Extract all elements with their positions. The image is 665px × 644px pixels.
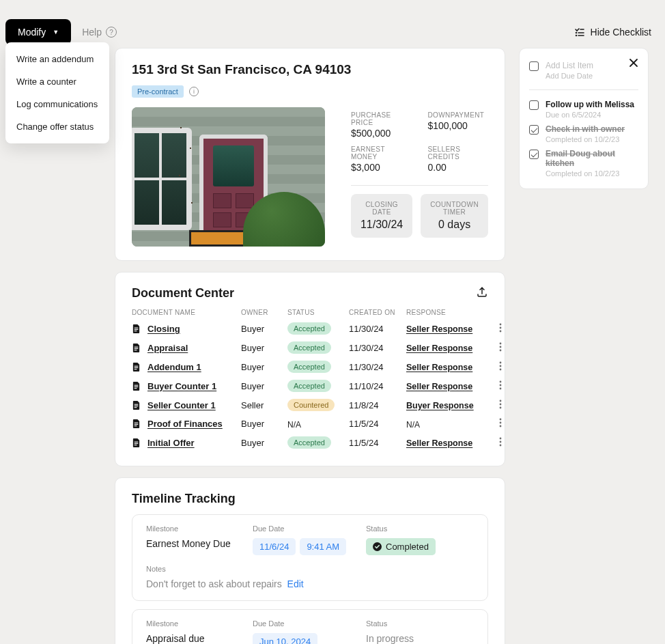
- help-link[interactable]: Help ?: [82, 27, 117, 38]
- document-icon: [132, 381, 141, 391]
- document-name-link[interactable]: Addendum 1: [147, 362, 201, 372]
- document-name-link[interactable]: Appraisal: [147, 343, 188, 353]
- row-more-button[interactable]: [488, 437, 502, 449]
- due-date-pill[interactable]: 11/6/24: [253, 538, 296, 555]
- row-more-button[interactable]: [488, 400, 502, 411]
- menu-write-addendum[interactable]: Write an addendum: [5, 48, 109, 70]
- checklist-add-item[interactable]: Add List Item Add Due Date: [529, 58, 593, 83]
- share-icon[interactable]: [476, 286, 488, 300]
- row-more-button[interactable]: [488, 380, 502, 392]
- timeline-item: MilestoneAppraisal dueDue DateJun 10, 20…: [132, 609, 488, 644]
- row-more-button[interactable]: [488, 323, 502, 335]
- closing-date-value: 11/30/24: [360, 219, 403, 231]
- milestone-value: Appraisal due: [146, 633, 253, 644]
- owner-cell: Buyer: [241, 343, 287, 353]
- countdown-tile: COUNTDOWN TIMER 0 days: [421, 194, 488, 238]
- created-cell: 11/30/24: [349, 324, 406, 334]
- svg-rect-36: [135, 423, 139, 423]
- help-icon: ?: [106, 27, 117, 38]
- svg-rect-6: [135, 327, 139, 328]
- document-name-link[interactable]: Proof of Finances: [147, 419, 223, 429]
- document-table: DOCUMENT NAME OWNER STATUS CREATED ON RE…: [132, 305, 488, 452]
- svg-point-27: [500, 380, 502, 382]
- response-link[interactable]: Seller Response: [406, 344, 472, 353]
- due-date-pill[interactable]: Jun 10, 2024: [253, 633, 317, 644]
- checklist-item-title: Check in with owner: [546, 124, 625, 134]
- svg-rect-20: [135, 369, 137, 369]
- owner-cell: Buyer: [241, 324, 287, 334]
- svg-point-9: [500, 323, 502, 325]
- owner-cell: Buyer: [241, 362, 287, 372]
- countdown-label: COUNTDOWN TIMER: [430, 201, 479, 216]
- document-icon: [132, 343, 141, 353]
- property-address: 151 3rd St San Francisco, CA 94103: [132, 62, 488, 77]
- downpayment-label: DOWNPAYMENT: [427, 111, 488, 119]
- col-status: STATUS: [287, 309, 349, 316]
- downpayment-value: $100,000: [427, 120, 488, 131]
- svg-point-15: [500, 342, 502, 344]
- svg-point-34: [500, 403, 502, 405]
- owner-cell: Buyer: [241, 381, 287, 391]
- response-na: N/A: [406, 420, 420, 430]
- document-name-link[interactable]: Initial Offer: [147, 438, 195, 448]
- document-name-link[interactable]: Closing: [147, 324, 180, 334]
- due-time-pill[interactable]: 9:41 AM: [300, 538, 346, 555]
- table-row: Initial OfferBuyerAccepted11/5/24Seller …: [132, 433, 488, 452]
- checklist-item-title: Email Doug about kitchen: [546, 149, 638, 168]
- document-icon: [132, 400, 141, 410]
- status-badge: Accepted: [287, 436, 331, 449]
- checkbox-checked-icon[interactable]: [529, 150, 539, 159]
- svg-point-29: [500, 387, 502, 389]
- info-icon[interactable]: i: [189, 87, 199, 96]
- col-document-name: DOCUMENT NAME: [132, 309, 241, 316]
- timeline-card: Timeline Tracking MilestoneEarnest Money…: [115, 477, 505, 644]
- document-center-card: Document Center DOCUMENT NAME OWNER STAT…: [115, 272, 505, 466]
- edit-notes-link[interactable]: Edit: [287, 578, 304, 589]
- svg-rect-18: [135, 365, 139, 366]
- svg-rect-13: [135, 348, 139, 348]
- close-icon[interactable]: [629, 58, 638, 70]
- menu-log-communications[interactable]: Log communications: [5, 93, 109, 115]
- response-link[interactable]: Buyer Response: [406, 401, 474, 410]
- status-badge: Accepted: [287, 380, 331, 392]
- timeline-title: Timeline Tracking: [132, 492, 488, 506]
- checklist-item-title: Follow up with Melissa: [546, 100, 634, 109]
- svg-point-33: [500, 400, 502, 402]
- svg-point-23: [500, 368, 502, 370]
- due-date-label: Due Date: [253, 619, 366, 628]
- row-more-button[interactable]: [488, 418, 502, 430]
- menu-change-offer-status[interactable]: Change offer status: [5, 115, 109, 138]
- document-name-link[interactable]: Buyer Counter 1: [147, 381, 216, 391]
- countdown-value: 0 days: [430, 219, 479, 231]
- add-due-date-placeholder: Add Due Date: [546, 72, 593, 80]
- hide-checklist-button[interactable]: Hide Checklist: [574, 27, 651, 38]
- checkbox-icon[interactable]: [529, 100, 539, 110]
- status-na: N/A: [287, 420, 301, 430]
- purchase-price-value: $500,000: [351, 128, 412, 139]
- checklist-item[interactable]: Follow up with MelissaDue on 6/5/2024: [529, 97, 638, 122]
- milestone-label: Milestone: [146, 619, 253, 628]
- earnest-value: $3,000: [351, 162, 412, 173]
- response-link[interactable]: Seller Response: [406, 438, 472, 448]
- modify-button[interactable]: Modify ▼: [5, 19, 71, 45]
- col-created: CREATED ON: [349, 309, 406, 316]
- document-name-link[interactable]: Seller Counter 1: [147, 400, 216, 410]
- menu-write-counter[interactable]: Write a counter: [5, 70, 109, 93]
- status-badge: Accepted: [287, 341, 331, 354]
- checklist-item[interactable]: Email Doug about kitchenCompleted on 10/…: [529, 146, 638, 180]
- svg-point-16: [500, 346, 502, 348]
- svg-point-17: [500, 349, 502, 351]
- svg-rect-42: [135, 441, 139, 442]
- svg-rect-44: [135, 445, 137, 445]
- col-owner: OWNER: [241, 309, 287, 316]
- response-link[interactable]: Seller Response: [406, 324, 472, 334]
- response-link[interactable]: Seller Response: [406, 363, 472, 372]
- checkbox-checked-icon[interactable]: [529, 125, 539, 135]
- svg-point-46: [500, 440, 502, 443]
- row-more-button[interactable]: [488, 342, 502, 354]
- row-more-button[interactable]: [488, 361, 502, 373]
- checklist-item[interactable]: Check in with ownerCompleted on 10/2/23: [529, 122, 638, 146]
- response-link[interactable]: Seller Response: [406, 382, 472, 391]
- svg-point-4: [576, 36, 576, 36]
- svg-rect-8: [135, 331, 137, 331]
